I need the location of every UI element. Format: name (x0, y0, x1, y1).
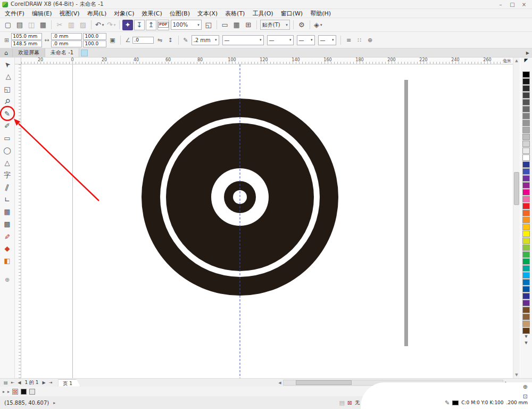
menu-item[interactable]: 编辑(E) (28, 10, 56, 18)
rotation-angle-input[interactable] (132, 37, 154, 44)
copy-button[interactable]: ▥ (66, 20, 77, 30)
show-grid-button[interactable]: ▦ (231, 20, 242, 30)
menu-item[interactable]: 布局(L) (84, 10, 111, 18)
color-swatch[interactable] (522, 328, 530, 334)
line-style-2-combo[interactable]: — ▾ (267, 35, 294, 45)
color-swatch[interactable] (522, 217, 530, 223)
color-swatch[interactable] (522, 85, 530, 92)
color-swatch[interactable] (522, 231, 530, 237)
show-rulers-button[interactable]: ▭ (220, 20, 230, 30)
save-button[interactable]: ◫ (26, 20, 37, 30)
color-swatch[interactable] (522, 175, 530, 182)
menu-item[interactable]: 视图(V) (55, 10, 83, 18)
color-swatch[interactable] (522, 210, 530, 216)
color-swatch[interactable] (522, 293, 530, 299)
ellipse-tool[interactable]: ◯ (1, 144, 14, 157)
color-swatch[interactable] (522, 307, 530, 313)
color-swatch[interactable] (522, 78, 530, 85)
flyout-right-icon[interactable]: ▸ (3, 389, 5, 394)
outline-color-mini-swatch[interactable] (29, 389, 35, 395)
full-screen-preview-button[interactable]: ◱ (203, 20, 214, 30)
color-swatch[interactable] (522, 251, 530, 258)
text-tool[interactable]: 字 (1, 169, 14, 181)
flyout-right-icon[interactable]: ▸ (7, 389, 10, 394)
palette-scroll-down-icon[interactable]: ▼ (525, 334, 527, 341)
horizontal-ruler[interactable]: 毫米 2002040608010012014016018020022024026… (21, 58, 513, 64)
menu-item[interactable]: 对象(C) (110, 10, 138, 18)
scale-height-input[interactable] (83, 40, 106, 47)
first-page-button[interactable]: ⇤ (10, 380, 16, 385)
color-swatch[interactable] (522, 120, 530, 126)
application-launcher-button[interactable]: ◈▾ (313, 20, 323, 30)
add-tools-button[interactable]: ⊕ (1, 274, 14, 285)
paste-button[interactable]: ▨ (78, 20, 88, 30)
size-height-input[interactable] (51, 40, 82, 47)
color-swatch[interactable] (522, 71, 530, 78)
color-swatch[interactable] (522, 189, 530, 195)
color-swatch[interactable] (522, 279, 530, 285)
color-swatch[interactable] (522, 168, 530, 175)
search-content-button[interactable]: ✦ (122, 20, 133, 30)
more-options-button[interactable]: ⊕ (365, 35, 375, 45)
ruler-origin-corner[interactable] (15, 58, 21, 64)
canvas[interactable] (21, 64, 513, 378)
tab-document[interactable]: 未命名 -1 (45, 48, 79, 57)
close-button[interactable]: × (518, 1, 530, 9)
menu-item[interactable]: 效果(C) (138, 10, 166, 18)
options-button[interactable]: ⚙ (296, 20, 307, 30)
export-button[interactable]: ↥ (146, 20, 156, 30)
parallel-dimension-tool[interactable]: ∥ (1, 181, 14, 193)
snap-to-combo[interactable]: 贴齐(T)▾ (260, 20, 290, 30)
vertical-scroll-thumb[interactable] (514, 172, 519, 205)
next-page-button[interactable]: ▶ (41, 380, 47, 385)
scroll-left-icon[interactable]: ◀ (277, 381, 283, 385)
position-y-input[interactable] (11, 40, 42, 47)
home-button[interactable]: ⌂ (0, 48, 13, 57)
crop-tool[interactable]: ◱ (1, 83, 14, 95)
maximize-button[interactable]: □ (506, 1, 518, 9)
mirror-horizontal-button[interactable]: ⇋ (155, 35, 164, 45)
color-eyedropper-tool[interactable]: ✐ (1, 230, 14, 242)
color-swatch[interactable] (522, 127, 530, 133)
drawing-svg[interactable] (21, 64, 513, 378)
mirror-vertical-button[interactable]: ↕ (165, 35, 175, 45)
color-swatch[interactable] (522, 161, 530, 168)
size-width-input[interactable] (51, 33, 82, 40)
redo-button[interactable]: ↷▾ (106, 20, 117, 30)
minimize-button[interactable]: – (495, 1, 506, 9)
status-expand-icon[interactable]: ▸ (53, 400, 55, 405)
lock-ratio-button[interactable]: ▣ (107, 35, 117, 45)
rectangle-tool[interactable]: ▭ (1, 132, 14, 144)
color-swatch[interactable] (522, 113, 530, 119)
horizontal-scroll-thumb[interactable] (296, 380, 352, 385)
page-tab[interactable]: 页 1 (58, 379, 80, 387)
tab-scroll-right-icon[interactable]: ▶ (523, 48, 532, 57)
scale-width-input[interactable] (83, 33, 106, 40)
color-swatch[interactable] (522, 106, 530, 112)
start-arrow-combo[interactable]: — ▾ (297, 35, 315, 45)
outline-width-combo[interactable]: .2 mm ▾ (192, 35, 219, 45)
menu-item[interactable]: 文件(F) (1, 10, 28, 18)
zoom-levels-combo[interactable]: 100%▾ (171, 20, 202, 30)
fill-color-swatch[interactable] (21, 389, 27, 395)
menu-item[interactable]: 表格(T) (221, 10, 248, 18)
prev-page-button[interactable]: ◀ (16, 380, 22, 385)
color-swatch[interactable] (522, 92, 530, 99)
smart-fill-tool[interactable]: ◧ (1, 255, 14, 267)
color-swatch[interactable] (522, 196, 530, 202)
interactive-fill-tool[interactable]: ◆ (1, 242, 14, 255)
color-swatch[interactable] (522, 286, 530, 292)
color-swatch[interactable] (522, 265, 530, 272)
end-arrow-combo[interactable]: — ▾ (318, 35, 336, 45)
artistic-media-tool[interactable]: ✐ (1, 120, 14, 132)
color-swatch[interactable] (522, 99, 530, 105)
color-swatch[interactable] (522, 148, 530, 154)
color-swatch[interactable] (522, 141, 530, 147)
color-swatch[interactable] (522, 224, 530, 230)
guideline-presets-button[interactable]: ∷ (355, 35, 364, 45)
freehand-tool[interactable]: ✎ (1, 108, 14, 120)
drop-shadow-tool[interactable]: ▦ (1, 206, 14, 218)
last-page-button[interactable]: ⇥ (47, 380, 54, 385)
menu-item[interactable]: 位图(B) (166, 10, 194, 18)
shape-tool[interactable]: ▷ (1, 71, 14, 83)
